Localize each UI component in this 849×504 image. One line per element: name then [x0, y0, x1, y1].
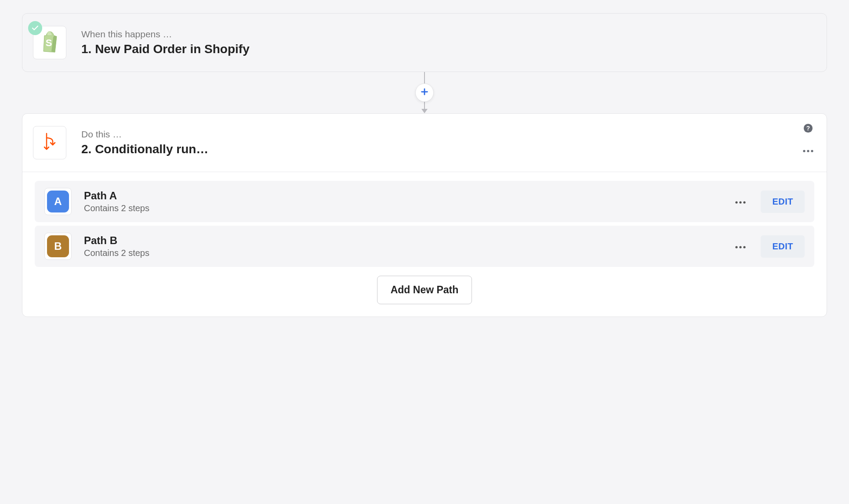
more-horizontal-icon	[735, 198, 746, 205]
more-horizontal-icon	[735, 242, 746, 250]
path-icon-box: B	[44, 233, 72, 260]
action-app-icon-box	[33, 126, 66, 159]
more-horizontal-icon	[803, 146, 813, 154]
path-letter-badge: B	[47, 235, 69, 257]
svg-point-10	[744, 201, 746, 203]
add-step-button[interactable]	[415, 83, 434, 102]
path-subtitle: Contains 2 steps	[84, 248, 731, 258]
path-more-menu-button[interactable]	[731, 193, 750, 210]
path-edit-button[interactable]: EDIT	[761, 191, 805, 213]
trigger-title: 1. New Paid Order in Shopify	[81, 42, 813, 56]
trigger-step-card[interactable]: S When this happens … 1. New Paid Order …	[22, 13, 827, 72]
path-row[interactable]: A Path A Contains 2 steps EDIT	[35, 181, 814, 222]
action-title: 2. Conditionally run…	[81, 142, 813, 156]
svg-point-11	[736, 246, 738, 248]
path-edit-button[interactable]: EDIT	[761, 235, 805, 258]
plus-icon	[420, 87, 429, 98]
step-more-menu-button[interactable]	[803, 146, 813, 154]
trigger-app-icon-box: S	[33, 26, 66, 59]
svg-point-13	[744, 246, 746, 248]
action-step-card: Do this … 2. Conditionally run… ? A Path…	[22, 113, 827, 317]
add-new-path-button[interactable]: Add New Path	[377, 276, 472, 304]
svg-point-12	[740, 246, 742, 248]
svg-text:?: ?	[806, 125, 810, 132]
paths-list: A Path A Contains 2 steps EDIT B Path B …	[22, 172, 827, 317]
trigger-eyebrow: When this happens …	[81, 29, 813, 40]
arrow-down-icon	[421, 109, 428, 113]
shopify-bag-icon: S	[39, 30, 60, 55]
help-button[interactable]: ?	[803, 123, 813, 135]
action-eyebrow: Do this …	[81, 129, 813, 140]
question-circle-icon: ?	[803, 123, 813, 135]
checkmark-badge-icon	[28, 21, 42, 35]
paths-branch-icon	[41, 132, 58, 154]
path-icon-box: A	[44, 188, 72, 215]
svg-point-6	[807, 150, 809, 152]
path-letter-badge: A	[47, 191, 69, 212]
path-row[interactable]: B Path B Contains 2 steps EDIT	[35, 226, 814, 267]
step-connector	[22, 72, 827, 113]
svg-point-5	[803, 150, 805, 152]
path-name: Path A	[84, 190, 731, 202]
svg-point-9	[740, 201, 742, 203]
svg-point-7	[811, 150, 813, 152]
path-more-menu-button[interactable]	[731, 238, 750, 255]
path-subtitle: Contains 2 steps	[84, 203, 731, 213]
path-name: Path B	[84, 234, 731, 247]
svg-point-8	[736, 201, 738, 203]
svg-text:S: S	[46, 37, 52, 48]
